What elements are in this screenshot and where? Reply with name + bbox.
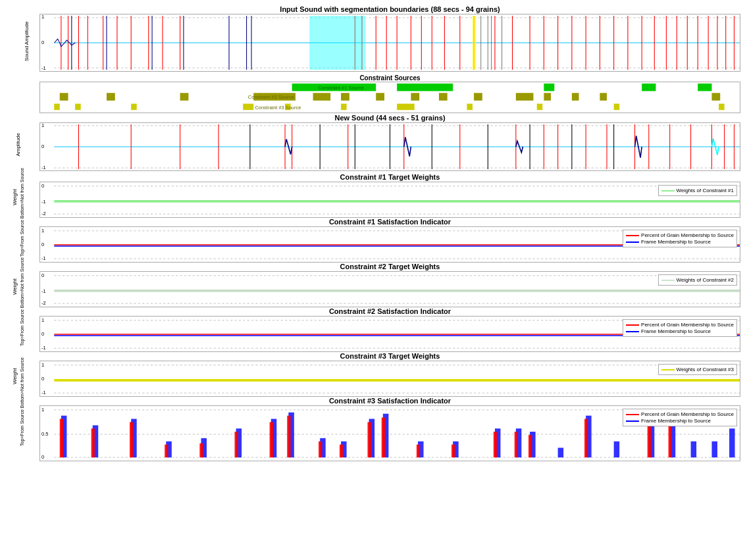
svg-text:-1: -1 <box>41 66 46 71</box>
c3-weights-svg: 1 0 -1 <box>40 361 740 396</box>
svg-rect-88 <box>537 104 543 111</box>
svg-text:-1: -1 <box>41 165 46 170</box>
svg-rect-63 <box>642 84 656 91</box>
c1-sat-legend-blue: Frame Membership to Source <box>626 239 734 245</box>
svg-rect-90 <box>719 104 725 111</box>
svg-rect-206 <box>528 435 532 457</box>
c1-weights-chart: Weights of Constraint #1 0 -1 -2 <box>39 182 740 218</box>
constraint-sources-chart: Constraint #1 Source <box>39 82 740 113</box>
svg-rect-78 <box>600 93 607 101</box>
svg-text:0: 0 <box>41 455 44 460</box>
new-sound-svg: 1 0 -1 <box>40 123 740 170</box>
svg-text:0: 0 <box>41 332 44 337</box>
c2-sat-red-line <box>626 324 639 326</box>
c1-satisfaction-chart: Percent of Grain Membership to Source Fr… <box>39 226 740 263</box>
c1-weights-svg: 0 -1 -2 <box>40 182 740 217</box>
c3-weights-chart: Weights of Constraint #3 1 0 -1 <box>39 361 740 397</box>
svg-rect-65 <box>60 93 68 101</box>
c3-sat-red-line <box>626 414 639 415</box>
input-sound-chart: 1 0 -1 <box>39 14 740 72</box>
svg-rect-202 <box>417 445 420 458</box>
svg-rect-201 <box>382 418 385 458</box>
svg-rect-71 <box>376 93 384 101</box>
svg-text:-1: -1 <box>41 199 46 205</box>
svg-rect-86 <box>397 104 415 111</box>
svg-rect-87 <box>467 104 473 111</box>
c1-weights-legend-item: Weights of Constraint #1 <box>661 188 734 193</box>
c2-weights-section: Constraint #2 Target Weights Weight Weig… <box>39 263 740 307</box>
svg-rect-79 <box>711 93 720 101</box>
svg-rect-187 <box>691 442 697 457</box>
svg-text:-1: -1 <box>41 345 46 351</box>
svg-rect-81 <box>75 104 81 111</box>
c3-weights-section: Constraint #3 Target Weights Weight Weig… <box>39 352 740 397</box>
svg-rect-82 <box>131 104 137 111</box>
svg-text:1: 1 <box>41 363 44 368</box>
svg-text:1: 1 <box>41 228 44 234</box>
main-container: Input Sound with segmentation boundaries… <box>0 0 747 560</box>
svg-rect-54 <box>309 16 365 70</box>
c1-satisfaction-ylabel: Top=From Source Bottom=Not from Source <box>20 224 24 257</box>
svg-rect-205 <box>515 432 518 457</box>
svg-rect-203 <box>451 445 455 458</box>
c3-satisfaction-title: Constraint #3 Satisfaction Indicator <box>39 397 740 405</box>
c2-sat-blue-label: Frame Membership to Source <box>641 328 711 334</box>
c2-satisfaction-title: Constraint #2 Satisfaction Indicator <box>39 307 740 315</box>
c3-weights-ylabel: Weight <box>12 368 18 384</box>
svg-rect-195 <box>235 432 238 457</box>
svg-rect-200 <box>367 422 371 457</box>
c3-weights-legend-item: Weights of Constraint #3 <box>661 367 734 372</box>
c1-satisfaction-title: Constraint #1 Satisfaction Indicator <box>39 218 740 226</box>
c3-satisfaction-chart: Percent of Grain Membership to Source Fr… <box>39 405 740 461</box>
c1-sat-blue-line <box>626 242 639 243</box>
c1-weights-legend-color <box>661 190 675 191</box>
c2-satisfaction-chart: Percent of Grain Membership to Source Fr… <box>39 316 740 352</box>
c3-weights-title: Constraint #3 Target Weights <box>39 352 740 360</box>
svg-rect-76 <box>544 93 551 101</box>
c3-sat-legend-blue: Frame Membership to Source <box>626 418 734 424</box>
c1-sat-blue-label: Frame Membership to Source <box>641 239 711 245</box>
c2-satisfaction-legend: Percent of Grain Membership to Source Fr… <box>623 319 737 337</box>
svg-text:-1: -1 <box>41 390 46 395</box>
svg-text:-2: -2 <box>41 211 46 216</box>
svg-text:0: 0 <box>41 184 44 189</box>
c2-weights-legend-label: Weights of Constraint #2 <box>677 277 734 283</box>
svg-text:1: 1 <box>41 123 44 128</box>
c2-sat-legend-blue: Frame Membership to Source <box>626 328 734 334</box>
svg-text:0: 0 <box>41 376 44 382</box>
svg-rect-194 <box>199 444 203 457</box>
svg-text:1: 1 <box>41 318 44 323</box>
c2-weights-legend-color <box>661 280 675 281</box>
svg-rect-75 <box>516 93 534 101</box>
c2-weights-chart: Weights of Constraint #2 0 -1 -2 <box>39 271 740 307</box>
c3-satisfaction-section: Constraint #3 Satisfaction Indicator Top… <box>39 397 740 463</box>
c1-satisfaction-legend: Percent of Grain Membership to Source Fr… <box>623 230 737 247</box>
svg-rect-189 <box>729 428 735 457</box>
c1-sat-red-label: Percent of Grain Membership to Source <box>641 232 734 238</box>
svg-text:0: 0 <box>41 242 44 247</box>
svg-rect-66 <box>107 93 115 101</box>
constraint-sources-svg: Constraint #1 Source <box>40 82 740 113</box>
svg-text:0: 0 <box>41 144 44 149</box>
new-sound-section: New Sound (44 secs - 51 grains) Amplitud… <box>39 114 740 173</box>
svg-rect-77 <box>572 93 579 101</box>
svg-rect-198 <box>319 442 322 457</box>
c1-weights-section: Constraint #1 Target Weights Weight Weig… <box>39 173 740 218</box>
svg-rect-207 <box>584 419 588 458</box>
c2-weights-legend: Weights of Constraint #2 <box>658 274 737 286</box>
c2-weights-title: Constraint #2 Target Weights <box>39 263 740 270</box>
c2-sat-legend-red: Percent of Grain Membership to Source <box>626 322 734 328</box>
c2-source-label: Constraint #2 Source <box>248 95 294 100</box>
c1-sat-legend-red: Percent of Grain Membership to Source <box>626 232 734 238</box>
svg-rect-61 <box>397 84 453 91</box>
c1-weights-legend-label: Weights of Constraint #1 <box>677 188 734 193</box>
c3-sat-red-label: Percent of Grain Membership to Source <box>641 411 734 417</box>
c3-weights-legend: Weights of Constraint #3 <box>658 364 737 375</box>
svg-rect-73 <box>439 93 448 101</box>
c2-sat-blue-line <box>626 331 639 332</box>
c3-sat-blue-line <box>626 420 639 422</box>
c2-satisfaction-ylabel: Top=From Source Bottom=Not from Source <box>20 313 24 346</box>
svg-rect-192 <box>130 422 133 457</box>
svg-rect-197 <box>287 416 290 457</box>
svg-rect-182 <box>558 447 564 457</box>
